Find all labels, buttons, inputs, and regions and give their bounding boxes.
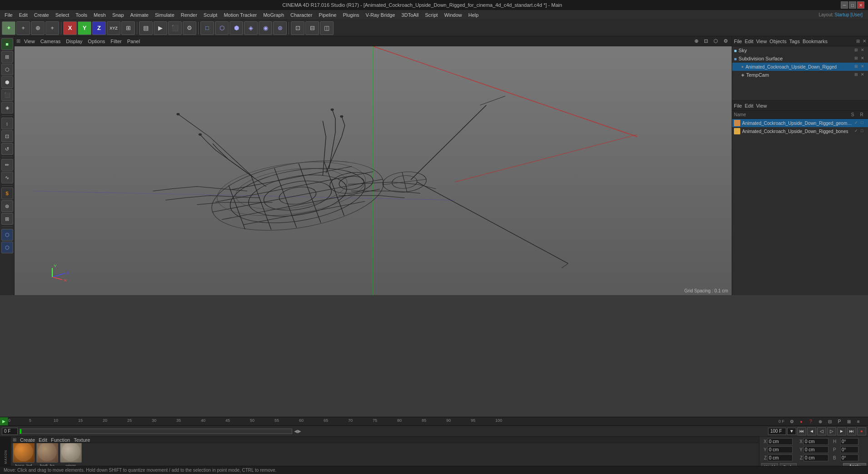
scrubber-icon[interactable]: ◀▶ bbox=[294, 429, 301, 434]
vp-icon-move[interactable]: ⊕ bbox=[693, 38, 700, 44]
move-tool-btn[interactable]: ↕ bbox=[1, 118, 13, 129]
y-pos-input[interactable] bbox=[768, 446, 793, 453]
menu-mesh[interactable]: Mesh bbox=[91, 11, 109, 19]
obj-file-menu[interactable]: File bbox=[734, 39, 742, 44]
z-rot-input[interactable] bbox=[803, 454, 828, 461]
obj-edit-menu[interactable]: Edit bbox=[745, 39, 753, 44]
menu-tools[interactable]: Tools bbox=[73, 11, 90, 19]
h-input[interactable] bbox=[840, 438, 858, 445]
fps-display[interactable]: ▼ bbox=[787, 428, 796, 435]
frame-total-display[interactable]: 100 F bbox=[768, 428, 786, 435]
obj-tags-menu[interactable]: Tags bbox=[789, 39, 800, 44]
spline-tool-btn[interactable]: ∿ bbox=[1, 172, 13, 183]
layout-value[interactable]: Startup [User] bbox=[834, 12, 863, 17]
brush-mode-btn[interactable]: ⬡ bbox=[1, 64, 13, 75]
menu-pipeline[interactable]: Pipeline bbox=[316, 11, 339, 19]
tl-icon-3[interactable]: ? bbox=[806, 417, 815, 426]
cockroach-action-1[interactable]: ⊞ bbox=[854, 64, 860, 69]
menu-plugins[interactable]: Plugins bbox=[340, 11, 362, 19]
xyz-btn[interactable]: XYZ bbox=[107, 21, 120, 35]
menu-motiontracker[interactable]: Motion Tracker bbox=[221, 11, 259, 19]
scale-tool-btn[interactable]: ⊡ bbox=[1, 130, 13, 142]
quantize-btn[interactable]: ⊟ bbox=[305, 21, 319, 35]
obj-mode-2[interactable]: ⬡ bbox=[215, 21, 229, 35]
obj-mode-6[interactable]: ⊛ bbox=[273, 21, 287, 35]
menu-mograph[interactable]: MoGraph bbox=[260, 11, 287, 19]
s-logo-btn[interactable]: S bbox=[1, 188, 13, 199]
vp-menu-view[interactable]: View bbox=[22, 39, 37, 44]
viewport[interactable]: Perspective bbox=[15, 46, 732, 295]
obj-row-tempcam[interactable]: ◈ TempCam ⊞ ✕ bbox=[732, 71, 868, 79]
edge-mode-btn[interactable]: ⬛ bbox=[1, 89, 13, 101]
tl-icon-6[interactable]: P bbox=[835, 417, 844, 426]
attr-file-menu[interactable]: File bbox=[734, 103, 742, 109]
sky-action-2[interactable]: ✕ bbox=[861, 48, 866, 53]
render-active-btn[interactable]: ▶ bbox=[154, 21, 167, 35]
vp-menu-cameras[interactable]: Cameras bbox=[39, 39, 63, 44]
point-mode-btn[interactable]: ◈ bbox=[1, 102, 13, 114]
menu-simulate[interactable]: Simulate bbox=[152, 11, 177, 19]
obj-mode-5[interactable]: ◉ bbox=[259, 21, 272, 35]
mode-btn-4[interactable]: + bbox=[45, 21, 59, 35]
menu-snap[interactable]: Snap bbox=[110, 11, 127, 19]
vp-menu-options[interactable]: Options bbox=[86, 39, 107, 44]
bones-check-1[interactable]: ✓ bbox=[854, 128, 860, 134]
play-prev-btn[interactable]: ◄ bbox=[807, 427, 816, 435]
obj-icon-1[interactable]: ⊞ bbox=[856, 39, 860, 44]
mode-btn-1[interactable]: ✦ bbox=[2, 21, 15, 35]
vp-icon-camera[interactable]: ⊡ bbox=[702, 38, 710, 44]
menu-window[interactable]: Window bbox=[441, 11, 464, 19]
vp-menu-display[interactable]: Display bbox=[64, 39, 84, 44]
workplane-btn[interactable]: ◫ bbox=[320, 21, 334, 35]
menu-select[interactable]: Select bbox=[53, 11, 72, 19]
menu-create[interactable]: Create bbox=[31, 11, 52, 19]
tempcam-action-1[interactable]: ⊞ bbox=[854, 72, 860, 78]
y-axis-btn[interactable]: Y bbox=[78, 21, 91, 35]
vp-menu-panel[interactable]: Panel bbox=[125, 39, 142, 44]
mat-create-menu[interactable]: Create bbox=[20, 437, 35, 443]
obj-bookmarks-menu[interactable]: Bookmarks bbox=[803, 39, 828, 44]
obj-row-cockroach[interactable]: ● Animated_Cockroach_Upside_Down_Rigged … bbox=[732, 63, 868, 71]
x-axis-btn[interactable]: X bbox=[63, 21, 77, 35]
tl-icon-2[interactable]: ● bbox=[797, 417, 806, 426]
world-btn[interactable]: ⊞ bbox=[121, 21, 135, 35]
attr-edit-menu[interactable]: Edit bbox=[745, 103, 753, 109]
menu-script[interactable]: Script bbox=[422, 11, 440, 19]
model-mode-btn[interactable]: ■ bbox=[1, 38, 13, 50]
rotate-tool-btn[interactable]: ↺ bbox=[1, 143, 13, 155]
geometry-check-1[interactable]: ✓ bbox=[854, 120, 860, 126]
texture-mode-btn[interactable]: ⊞ bbox=[1, 51, 13, 63]
play-end-btn[interactable]: ⏭ bbox=[847, 427, 856, 435]
tl-icon-4[interactable]: ⊕ bbox=[816, 417, 825, 426]
menu-sculpt[interactable]: Sculpt bbox=[201, 11, 220, 19]
close-button[interactable]: ✕ bbox=[857, 1, 864, 9]
render-picture-btn[interactable]: ⬛ bbox=[168, 21, 182, 35]
material-bodi-ba[interactable]: bodi_ba bbox=[36, 443, 58, 466]
mat-edit-menu[interactable]: Edit bbox=[39, 437, 47, 443]
vp-icon-settings[interactable]: ⚙ bbox=[722, 38, 730, 44]
python-btn-1[interactable]: ⬡ bbox=[1, 229, 13, 241]
frame-start-display[interactable]: 0 F bbox=[2, 428, 18, 435]
x-pos-input[interactable] bbox=[768, 438, 793, 445]
bones-check-2[interactable]: □ bbox=[861, 128, 866, 134]
menu-animate[interactable]: Animate bbox=[128, 11, 151, 19]
obj-icon-2[interactable]: ✕ bbox=[863, 39, 866, 44]
layer-btn[interactable]: ⊞ bbox=[1, 213, 13, 225]
attr-view-menu[interactable]: View bbox=[756, 103, 767, 109]
python-btn-2[interactable]: ⬡ bbox=[1, 242, 13, 253]
b-input[interactable] bbox=[840, 454, 858, 461]
x-rot-input[interactable] bbox=[803, 438, 828, 445]
cockroach-action-2[interactable]: ✕ bbox=[861, 64, 866, 69]
tl-icon-7[interactable]: ⊞ bbox=[844, 417, 853, 426]
material-wings[interactable]: wings bbox=[60, 443, 82, 466]
obj-mode-1[interactable]: □ bbox=[200, 21, 214, 35]
y-rot-input[interactable] bbox=[803, 446, 828, 453]
attr-row-bones[interactable]: Animated_Cockroach_Upside_Down_Rigged_bo… bbox=[732, 127, 868, 135]
record-btn[interactable]: ● bbox=[857, 427, 866, 435]
tl-icon-1[interactable]: ⚙ bbox=[787, 417, 796, 426]
subdivision-action-2[interactable]: ✕ bbox=[861, 56, 866, 61]
attr-row-geometry[interactable]: Animated_Cockroach_Upside_Down_Rigged_ge… bbox=[732, 119, 868, 127]
play-fwd-btn[interactable]: ▷ bbox=[827, 427, 836, 435]
vp-icon-render[interactable]: ⬡ bbox=[712, 38, 720, 44]
mat-texture-menu[interactable]: Texture bbox=[74, 437, 90, 443]
